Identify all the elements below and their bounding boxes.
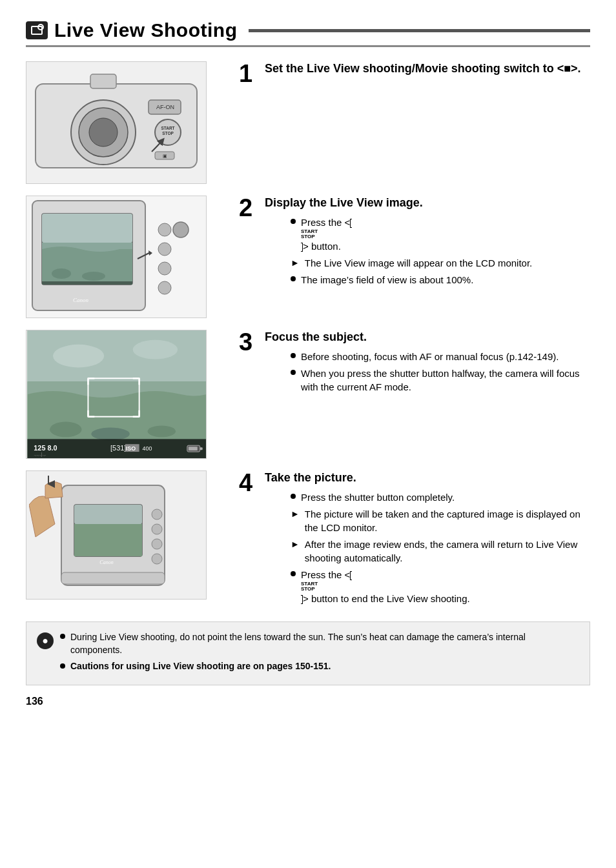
note-item-2-text: Cautions for using Live View shooting ar… [70, 660, 331, 673]
step-3-image: 125 8.0 .,.,.,|.,. [531] ISO 400 [26, 330, 220, 459]
svg-point-20 [158, 243, 171, 256]
step-1-text: 1 Set the Live View shooting/Movie shoot… [239, 61, 590, 86]
bullet-dot-2 [291, 276, 296, 281]
svg-marker-24 [149, 250, 152, 256]
note-item-1-text: During Live View shooting, do not point … [70, 631, 579, 656]
step-2-item-1: Press the <STARTSTOP> button. [291, 216, 532, 253]
step-4-item-1-text: Press the shutter button completely. [301, 490, 455, 504]
bullet-dot-5 [291, 494, 296, 499]
step-2-item-2-text: The Live View image will appear on the L… [305, 256, 532, 270]
step-4-row: Canon 4 Take the picture. [26, 470, 590, 609]
step-3-row: 125 8.0 .,.,.,|.,. [531] ISO 400 3 Focus… [26, 330, 590, 459]
step-4-item-1: Press the shutter button completely. [291, 490, 590, 504]
svg-point-28 [53, 345, 104, 368]
step-2-item-3-text: The image’s field of view is about 100%. [301, 273, 473, 287]
step-3-item-1: Before shooting, focus with AF or manual… [291, 350, 590, 363]
step-2-title: Display the Live View image. [265, 196, 532, 210]
step-2-number: 2 [239, 196, 257, 220]
svg-point-51 [152, 539, 162, 549]
arrow-icon-3: ► [291, 538, 300, 551]
svg-rect-44 [189, 447, 198, 450]
step-2-item-2: ► The Live View image will appear on the… [291, 256, 532, 270]
step-1-image: AF-ON START STOP ▣ [26, 61, 220, 184]
svg-point-21 [158, 262, 171, 275]
step-4-item-4: Press the <STARTSTOP> button to end the … [291, 568, 590, 605]
svg-text:START: START [161, 126, 174, 130]
svg-point-29 [133, 340, 178, 359]
svg-point-23 [173, 222, 189, 237]
svg-rect-48 [74, 524, 142, 556]
step-4-item-4-text: Press the <STARTSTOP> button to end the … [301, 568, 470, 605]
page-title: Live View Shooting [54, 19, 237, 41]
svg-point-33 [148, 426, 176, 438]
svg-point-50 [152, 524, 162, 534]
note-content: During Live View shooting, do not point … [60, 631, 579, 676]
step-3-text: 3 Focus the subject. Before shooting, fo… [239, 330, 590, 397]
svg-point-52 [152, 554, 162, 564]
svg-text:STOP: STOP [162, 131, 174, 136]
step-3-item-2: When you press the shutter button halfwa… [291, 367, 590, 394]
svg-text:Canon: Canon [99, 560, 113, 565]
step-3-title: Focus the subject. [265, 330, 590, 345]
step-1-title: Set the Live View shooting/Movie shootin… [265, 61, 581, 76]
arrow-icon-2: ► [291, 508, 300, 521]
bullet-dot-3 [291, 353, 296, 358]
step-4-item-3: ► After the image review ends, the camer… [291, 538, 590, 565]
step-2-text: 2 Display the Live View image. Press the… [239, 196, 590, 290]
svg-rect-4 [90, 74, 116, 88]
svg-text:▣: ▣ [163, 154, 167, 158]
step-3-body: Before shooting, focus with AF or manual… [291, 350, 590, 394]
step-4-item-3-text: After the image review ends, the camera … [305, 538, 590, 565]
svg-text:125  8.0: 125 8.0 [34, 444, 57, 452]
svg-rect-18 [42, 281, 132, 285]
bullet-dot [291, 219, 296, 224]
page-title-row: Live View Shooting [26, 19, 590, 47]
step-2-item-3: The image’s field of view is about 100%. [291, 273, 532, 287]
svg-text:Canon: Canon [73, 297, 89, 303]
svg-point-19 [158, 223, 171, 236]
step-4-item-2-text: The picture will be taken and the captur… [305, 507, 590, 534]
svg-rect-47 [74, 505, 142, 524]
svg-text:.,.,.,|.,.: .,.,.,|.,. [34, 452, 46, 457]
svg-rect-54 [61, 572, 165, 584]
note-bullet-1 [60, 634, 65, 639]
step-2-item-1-text: Press the <STARTSTOP> button. [301, 216, 352, 253]
bullet-dot-6 [291, 571, 296, 576]
svg-point-32 [91, 427, 129, 440]
svg-text:[531]: [531] [110, 444, 126, 452]
step-2-row: Canon 2 Display the Live View image. Pre… [26, 196, 590, 318]
svg-point-31 [50, 422, 82, 438]
note-bullet-2 [60, 663, 65, 669]
step-4-image: Canon [26, 470, 220, 600]
step-2-image: Canon [26, 196, 220, 318]
svg-point-49 [152, 509, 162, 520]
title-bar [249, 29, 590, 32]
note-item-2: Cautions for using Live View shooting ar… [60, 660, 579, 673]
step-4-body: Press the shutter button completely. ► T… [291, 490, 590, 605]
svg-point-3 [89, 118, 118, 146]
step-3-number: 3 [239, 330, 257, 354]
svg-point-16 [52, 268, 71, 279]
step-3-item-2-text: When you press the shutter button halfwa… [301, 367, 590, 394]
note-box: ● During Live View shooting, do not poin… [26, 621, 590, 685]
svg-text:ISO: ISO [126, 445, 136, 452]
note-item-1: During Live View shooting, do not point … [60, 631, 579, 656]
svg-point-17 [82, 272, 105, 281]
svg-point-22 [158, 281, 171, 294]
page-number: 136 [26, 696, 590, 707]
svg-rect-14 [42, 214, 132, 243]
arrow-icon-1: ► [291, 257, 300, 270]
step-4-number: 4 [239, 470, 257, 495]
step-1-row: AF-ON START STOP ▣ 1 Set [26, 61, 590, 184]
step-4-title: Take the picture. [265, 470, 590, 485]
svg-rect-43 [200, 447, 203, 450]
camera-icon [26, 21, 48, 39]
step-2-body: Press the <STARTSTOP> button. ► The Live… [291, 216, 532, 287]
step-4-item-2: ► The picture will be taken and the capt… [291, 507, 590, 534]
svg-text:AF-ON: AF-ON [156, 104, 174, 110]
note-icon: ● [37, 632, 54, 649]
svg-text:400: 400 [143, 445, 152, 452]
step-4-text: 4 Take the picture. Press the shutter bu… [239, 470, 590, 609]
step-3-item-1-text: Before shooting, focus with AF or manual… [301, 350, 559, 363]
bullet-dot-4 [291, 370, 296, 375]
